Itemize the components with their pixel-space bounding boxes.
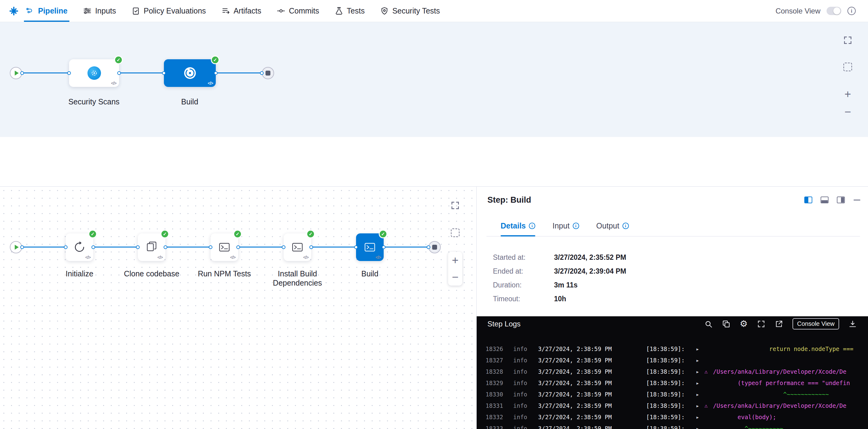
zoom-in-button[interactable]: +	[841, 87, 855, 101]
expand-arrow-icon[interactable]: ▸	[696, 379, 704, 386]
edge-start-to-security-scans	[22, 72, 69, 73]
marquee-icon	[451, 228, 460, 237]
warning-icon: ⚠	[704, 402, 713, 409]
policy-evaluations-icon	[131, 6, 140, 16]
stage-node-build[interactable]	[164, 59, 216, 87]
log-date: 3/27/2024, 2:38:59 PM	[538, 391, 646, 398]
step-panel-tabs: Details Input Output	[487, 216, 860, 237]
tab-pipeline[interactable]: Pipeline	[26, 0, 67, 22]
detail-value: 3/27/2024, 2:39:04 PM	[554, 267, 626, 275]
expand-arrow-icon[interactable]: ▸	[696, 391, 704, 398]
layout-split-right-icon[interactable]	[837, 196, 845, 204]
connector-point	[382, 245, 385, 249]
play-icon	[15, 245, 19, 250]
tab-details[interactable]: Details	[501, 216, 535, 236]
step-node-run-npm-tests[interactable]	[211, 234, 238, 261]
expand-arrow-icon[interactable]: ▸	[696, 357, 704, 364]
log-line: 18329info3/27/2024, 2:38:59 PM[18:38:59]…	[486, 377, 868, 389]
stage-label-security-scans[interactable]: Security Scans	[60, 97, 128, 106]
tab-inputs[interactable]: Inputs	[83, 0, 116, 22]
log-content: /Users/anka/Library/Developer/Xcode/De	[713, 402, 868, 409]
step-node-clone-codebase[interactable]	[138, 234, 165, 261]
step-node-build[interactable]	[356, 234, 384, 261]
expand-arrow-icon[interactable]: ▸	[696, 368, 704, 375]
bottom-section: Initialize Clone codebase Run NPM Tests …	[0, 187, 868, 429]
log-line-number: 18326	[486, 345, 513, 352]
log-content: (typeof performance === "undefin	[713, 379, 868, 386]
zoom-in-button[interactable]: +	[448, 252, 462, 269]
step-label-initialize[interactable]: Initialize	[46, 269, 113, 278]
zoom-out-button[interactable]: −	[841, 105, 855, 119]
connector-point	[214, 71, 218, 75]
detail-value: 3m 11s	[554, 281, 578, 289]
fullscreen-button[interactable]	[448, 199, 462, 212]
tab-output[interactable]: Output	[596, 216, 629, 236]
info-icon[interactable]	[529, 223, 535, 229]
edge	[22, 247, 66, 247]
select-region-button[interactable]	[841, 60, 855, 74]
connector-point	[136, 245, 140, 249]
info-icon[interactable]	[622, 223, 629, 229]
log-line-number: 18329	[486, 379, 513, 386]
step-label-build[interactable]: Build	[336, 269, 404, 278]
success-badge	[233, 230, 242, 238]
tab-input[interactable]: Input	[553, 216, 579, 236]
minimize-panel-icon[interactable]	[853, 196, 861, 204]
info-icon[interactable]	[573, 223, 579, 229]
layout-split-left-icon[interactable]	[804, 196, 812, 204]
step-panel-title: Step: Build	[487, 195, 531, 205]
layout-split-bottom-icon[interactable]	[820, 196, 829, 204]
info-icon[interactable]	[847, 7, 856, 15]
tab-security-tests[interactable]: Security Tests	[380, 0, 440, 22]
artifacts-icon	[221, 6, 230, 16]
log-content: return node.nodeType ===	[713, 345, 868, 352]
connector-point	[260, 71, 264, 75]
search-icon[interactable]	[704, 320, 713, 328]
log-content: /Users/anka/Library/Developer/Xcode/De	[713, 368, 868, 375]
stage-pipeline-canvas[interactable]: Security Scans Build + −	[0, 22, 868, 137]
step-node-install-build-dependencies[interactable]	[284, 234, 311, 261]
copy-icon[interactable]	[722, 320, 731, 328]
expand-arrow-icon[interactable]: ▸	[696, 413, 704, 420]
code-icon	[157, 255, 163, 260]
connector-point	[162, 71, 166, 75]
steps-end-node[interactable]	[429, 241, 441, 253]
tab-artifacts[interactable]: Artifacts	[221, 0, 261, 22]
expand-arrow-icon[interactable]: ▸	[696, 345, 704, 352]
tab-policy-evaluations[interactable]: Policy Evaluations	[131, 0, 206, 22]
connector-point	[427, 245, 430, 249]
detail-row: Started at: 3/27/2024, 2:35:52 PM	[493, 251, 626, 265]
download-icon[interactable]	[848, 320, 857, 328]
success-badge	[379, 230, 388, 238]
step-label-run-npm-tests[interactable]: Run NPM Tests	[191, 269, 258, 278]
log-level: info	[513, 391, 538, 398]
open-external-icon[interactable]	[775, 320, 783, 328]
pipeline-end-node[interactable]	[262, 67, 274, 79]
fullscreen-button[interactable]	[841, 33, 855, 47]
stage-label-build[interactable]: Build	[156, 97, 223, 106]
tab-tests[interactable]: Tests	[335, 0, 365, 22]
step-node-initialize[interactable]	[66, 234, 93, 261]
log-timestamp: [18:38:59]:	[646, 425, 696, 429]
settings-gear-icon[interactable]: ⚙	[740, 319, 748, 328]
stage-node-security-scans[interactable]	[69, 59, 119, 87]
edge	[311, 247, 356, 247]
step-label-install-build-dependencies[interactable]: Install Build Dependencies	[268, 269, 327, 287]
step-graph-canvas[interactable]: Initialize Clone codebase Run NPM Tests …	[0, 187, 476, 429]
expand-arrow-icon[interactable]: ▸	[696, 402, 704, 409]
zoom-controls: + −	[448, 252, 462, 285]
console-view-button[interactable]: Console View	[793, 318, 839, 330]
select-region-button[interactable]	[448, 226, 462, 240]
log-level: info	[513, 345, 538, 352]
console-header: Step Logs ⚙ Console View	[477, 316, 868, 331]
tab-label: Policy Evaluations	[144, 6, 206, 16]
main-tabs: Pipeline Inputs Policy Evaluations Artif…	[26, 0, 440, 22]
zoom-out-button[interactable]: −	[448, 269, 462, 285]
fullscreen-icon[interactable]	[757, 320, 766, 328]
console-view-toggle[interactable]	[827, 7, 841, 15]
step-label-clone-codebase[interactable]: Clone codebase	[118, 269, 185, 278]
tab-commits[interactable]: Commits	[277, 0, 319, 22]
log-lines[interactable]: 18326info3/27/2024, 2:38:59 PM[18:38:59]…	[477, 331, 868, 429]
edge	[93, 247, 138, 247]
expand-arrow-icon[interactable]: ▸	[696, 425, 704, 429]
